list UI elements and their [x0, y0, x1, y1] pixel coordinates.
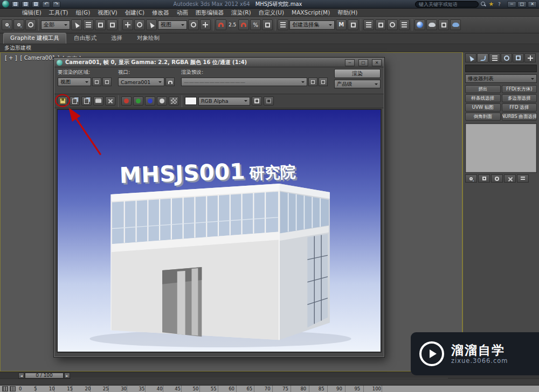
display-tab-icon[interactable]	[513, 53, 524, 62]
menu-item[interactable]: 渲染(R)	[227, 9, 255, 17]
utilities-tab-icon[interactable]	[524, 53, 536, 62]
angle-snap-icon[interactable]	[238, 19, 249, 30]
search-input[interactable]	[415, 1, 479, 8]
help-icon[interactable]: ?	[496, 1, 503, 8]
maximize-button[interactable]: □	[517, 1, 527, 8]
remove-modifier-icon[interactable]	[504, 174, 516, 183]
modifier-button[interactable]: FFD 选择	[502, 103, 537, 111]
layer-b-button[interactable]	[264, 96, 274, 106]
menu-item[interactable]: 创建(C)	[121, 9, 149, 17]
area-to-render-dropdown[interactable]: 视图	[58, 78, 91, 86]
menu-item[interactable]: 自定义(U)	[255, 9, 288, 17]
render-quality-dropdown[interactable]: 产品级	[334, 80, 381, 88]
align-icon[interactable]	[348, 19, 358, 30]
mirror-icon[interactable]: M	[336, 19, 347, 30]
render-preset-dropdown[interactable]: ————————————	[181, 78, 307, 86]
ribbon-tab[interactable]: 选择	[104, 33, 129, 44]
render-setup-shortcut-button[interactable]	[308, 78, 317, 86]
render-button[interactable]: 渲染	[334, 69, 381, 78]
timeline-ruler[interactable]: 0510152025303540455055606570758085909510…	[0, 385, 539, 392]
channel-display-dropdown[interactable]: RGB Alpha	[198, 97, 250, 106]
modifier-button[interactable]: FFD(长方体)	[502, 85, 537, 93]
select-and-move-icon[interactable]	[122, 19, 133, 30]
print-image-button[interactable]	[93, 96, 103, 106]
menu-item[interactable]: 图形编辑器	[192, 9, 228, 17]
named-selection-dropdown[interactable]: 创建选择集	[289, 20, 335, 30]
rfw-viewport-dropdown[interactable]: Camera001	[118, 78, 164, 86]
rectangular-region-icon[interactable]	[95, 19, 106, 30]
bind-to-space-warp-icon[interactable]	[25, 19, 36, 30]
blue-channel-button[interactable]	[145, 96, 155, 106]
undo-button[interactable]: ↶	[42, 1, 50, 8]
redo-button[interactable]: ↷	[52, 1, 60, 8]
ribbon-tab[interactable]: Graphite 建模工具	[3, 33, 66, 44]
configure-modifier-sets-icon[interactable]	[517, 174, 529, 183]
menu-item[interactable]: 工具(T)	[45, 9, 72, 17]
menu-item[interactable]: 组(G)	[72, 9, 94, 17]
minimize-button[interactable]: ─	[507, 1, 516, 8]
menu-item[interactable]: 修改器	[148, 9, 173, 17]
select-and-link-icon[interactable]	[2, 19, 12, 30]
select-object-icon[interactable]	[71, 19, 82, 30]
new-file-button[interactable]	[11, 1, 19, 8]
open-mini-curve-editor-icon[interactable]	[2, 386, 8, 391]
snaps-toggle-icon[interactable]	[216, 19, 226, 30]
save-file-button[interactable]	[32, 1, 40, 8]
modifier-button[interactable]: NURBS 曲面选择	[502, 113, 537, 121]
select-and-rotate-icon[interactable]	[134, 19, 145, 30]
track-bar[interactable]	[0, 379, 539, 385]
menu-item[interactable]: MAXScript(M)	[288, 9, 334, 17]
save-image-button[interactable]	[58, 96, 68, 106]
pin-stack-icon[interactable]	[465, 174, 477, 183]
rfw-minimize-button[interactable]: ─	[345, 59, 355, 66]
ribbon-tab[interactable]: 自由形式	[67, 33, 103, 44]
edit-region-button[interactable]	[92, 78, 101, 86]
viewport-menu-general[interactable]: [ + ]	[5, 55, 17, 62]
modifier-button[interactable]: 多边形选择	[502, 94, 537, 102]
auto-region-button[interactable]	[102, 78, 112, 86]
copy-image-button[interactable]	[70, 96, 80, 106]
create-tab-icon[interactable]	[465, 53, 476, 62]
rendered-frame-window-icon[interactable]	[438, 19, 449, 30]
monochrome-button[interactable]	[157, 96, 167, 106]
layer-a-button[interactable]	[252, 96, 262, 106]
background-color-swatch[interactable]	[185, 97, 197, 105]
schematic-view-icon[interactable]	[399, 19, 410, 30]
environment-effects-button[interactable]	[319, 78, 328, 86]
make-unique-icon[interactable]	[491, 174, 503, 183]
green-channel-button[interactable]	[133, 96, 143, 106]
select-by-name-icon[interactable]	[83, 19, 94, 30]
3dsmax-logo-icon[interactable]	[2, 1, 9, 8]
render-setup-icon[interactable]	[426, 19, 437, 30]
time-slider-track[interactable]	[71, 373, 448, 379]
hierarchy-tab-icon[interactable]	[489, 53, 500, 62]
ribbon-tab[interactable]: 对象绘制	[130, 33, 167, 44]
clear-image-button[interactable]	[105, 96, 115, 106]
open-file-button[interactable]	[22, 1, 30, 8]
modifier-button[interactable]: 倒角剖面	[465, 113, 501, 121]
material-editor-icon[interactable]	[414, 19, 425, 30]
modify-tab-icon[interactable]	[477, 53, 488, 62]
select-and-manipulate-icon[interactable]	[200, 19, 211, 30]
modifier-button[interactable]: 挤出	[465, 85, 501, 93]
search-icon[interactable]	[480, 1, 487, 8]
rfw-close-button[interactable]: ✕	[372, 59, 382, 66]
motion-tab-icon[interactable]	[501, 53, 512, 62]
alpha-channel-button[interactable]	[169, 96, 179, 106]
rfw-maximize-button[interactable]: □	[358, 59, 368, 66]
spinner-snap-icon[interactable]	[262, 19, 273, 30]
modifier-button[interactable]: UVW 贴图	[465, 103, 501, 111]
show-end-result-icon[interactable]	[478, 174, 490, 183]
modifier-list-dropdown[interactable]: 修改器列表	[465, 74, 537, 83]
modifier-stack-display[interactable]	[465, 123, 537, 173]
window-crossing-icon[interactable]	[107, 19, 118, 30]
unlink-selection-icon[interactable]	[13, 19, 24, 30]
select-and-scale-icon[interactable]	[146, 19, 157, 30]
percent-snap-icon[interactable]: %	[250, 19, 261, 30]
curve-editor-icon[interactable]	[387, 19, 398, 30]
reference-coordsys-dropdown[interactable]: 视图	[158, 20, 187, 30]
lock-viewport-button[interactable]	[165, 78, 175, 86]
modifier-button[interactable]: 样条线选择	[465, 94, 501, 102]
polygon-modeling-label[interactable]: 多边形建模	[4, 44, 31, 52]
red-channel-button[interactable]	[121, 96, 132, 106]
